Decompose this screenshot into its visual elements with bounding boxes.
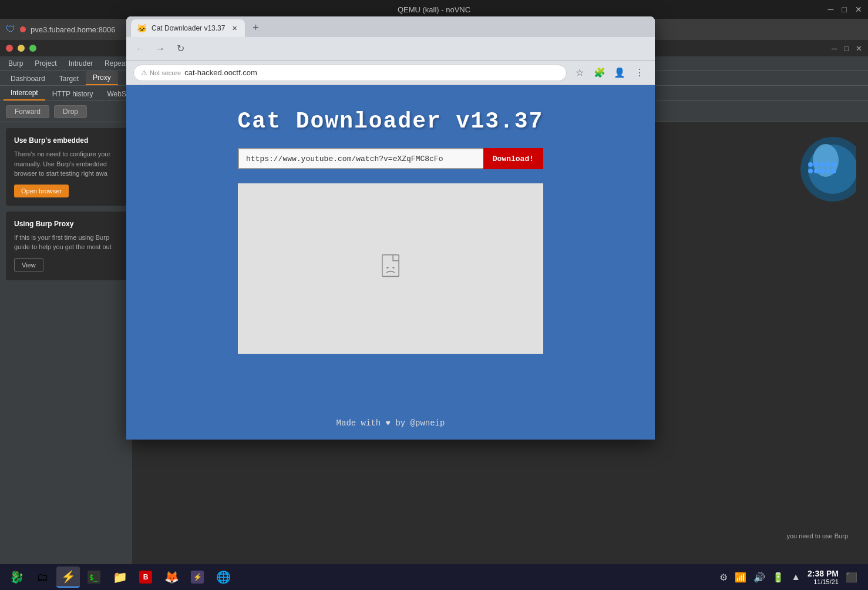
tab-proxy[interactable]: Proxy [86, 71, 118, 85]
svg-point-10 [820, 169, 825, 173]
open-browser-button[interactable]: Open browser [14, 185, 69, 197]
right-text: you need to use Burp [778, 524, 856, 548]
svg-point-5 [820, 162, 825, 167]
burp-max-dot[interactable] [29, 45, 36, 52]
embedded-browser-card: Use Burp's embedded There's no need to c… [6, 128, 126, 206]
svg-point-8 [808, 169, 813, 173]
url-display: cat-hacked.ooctf.com [184, 68, 559, 77]
burp-min-btn[interactable]: ─ [832, 44, 837, 53]
taskbar-app-red[interactable]: B [134, 566, 157, 588]
taskbar-right: ⚙ 📶 🔊 🔋 ▲ 2:38 PM 11/15/21 ⬛ [719, 569, 863, 585]
svg-point-15 [392, 267, 394, 269]
preview-empty-icon [376, 254, 405, 283]
card1-text: There's no need to configure your manual… [14, 149, 118, 179]
tab-dashboard[interactable]: Dashboard [4, 72, 52, 85]
reload-btn[interactable]: ↻ [172, 41, 189, 57]
menu-project[interactable]: Project [30, 58, 61, 69]
burp-illustration [774, 134, 856, 205]
taskbar-app-bwapp[interactable]: ⚡ [186, 566, 209, 588]
profile-btn[interactable]: 👤 [611, 65, 628, 81]
download-button[interactable]: Download! [483, 148, 543, 169]
browser-active-tab[interactable]: 🐱 Cat Downloader v13.37 ✕ [131, 19, 245, 37]
taskbar-battery-icon[interactable]: 🔋 [772, 572, 784, 583]
taskbar-clock: 2:38 PM 11/15/21 [808, 569, 839, 585]
card1-title: Use Burp's embedded [14, 136, 118, 145]
taskbar-volume-icon[interactable]: 🔊 [753, 572, 765, 583]
using-burp-proxy-card: Using Burp Proxy If this is your first t… [6, 212, 126, 280]
preview-area [238, 183, 543, 354]
svg-point-14 [386, 267, 388, 269]
warning-icon: ⚠ [141, 69, 147, 77]
browser-tab-title: Cat Downloader v13.37 [152, 24, 225, 32]
back-btn[interactable]: ← [132, 41, 149, 57]
taskbar-app-terminal[interactable]: $_ [82, 566, 106, 588]
burp-left-panel: Use Burp's embedded There's no need to c… [0, 122, 132, 590]
burp-title-controls: ─ □ ✕ [832, 44, 862, 53]
not-secure-text: Not secure [150, 69, 181, 76]
burp-restore-btn[interactable]: □ [844, 44, 849, 53]
svg-text:$_: $_ [89, 574, 98, 582]
svg-rect-13 [382, 255, 399, 277]
page-footer: Made with ♥ by @pwneip [337, 418, 445, 428]
tab-favicon: 🐱 [137, 24, 147, 33]
bookmark-btn[interactable]: ☆ [571, 65, 588, 81]
burp-close-btn[interactable]: ✕ [856, 44, 862, 53]
new-tab-btn[interactable]: + [247, 19, 264, 36]
menu-dots-btn[interactable]: ⋮ [631, 65, 648, 81]
browser-tab-bar: 🐱 Cat Downloader v13.37 ✕ + [126, 16, 655, 37]
browser-addr-actions: ☆ 🧩 👤 ⋮ [571, 65, 648, 81]
menu-burp[interactable]: Burp [4, 58, 28, 69]
browser-window: 🐱 Cat Downloader v13.37 ✕ + ← → ↻ ⚠ Not … [126, 16, 655, 440]
taskbar-network-icon[interactable]: 📶 [735, 572, 746, 583]
taskbar-app-kali[interactable]: 🐉 [5, 566, 28, 588]
subtab-intercept[interactable]: Intercept [4, 86, 45, 100]
taskbar-app-browser2[interactable]: 🌐 [211, 566, 235, 588]
browser-nav-bar: ← → ↻ [126, 37, 655, 61]
view-guide-button[interactable]: View [14, 258, 43, 272]
taskbar-app-files[interactable]: 🗂 [31, 566, 54, 588]
window-title: QEMU (kali) - noVNC [398, 5, 470, 14]
svg-point-4 [814, 162, 819, 167]
shield-icon: 🛡 [6, 24, 15, 35]
tab-target[interactable]: Target [52, 72, 86, 85]
window-controls: ─ □ ✕ [828, 5, 862, 14]
svg-point-3 [808, 162, 813, 167]
minimize-btn[interactable]: ─ [828, 5, 834, 14]
forward-nav-btn[interactable]: → [152, 41, 169, 57]
taskbar-app-burp[interactable]: ⚡ [56, 566, 80, 588]
forward-button[interactable]: Forward [6, 105, 49, 118]
taskbar-date-display: 11/15/21 [808, 578, 839, 585]
not-secure-indicator: ⚠ Not secure [141, 69, 181, 77]
browser-body: Cat Downloader v13.37 Download! Made wit… [126, 85, 655, 440]
svg-point-6 [826, 162, 830, 167]
burp-close-dot[interactable] [6, 45, 13, 52]
taskbar-app-firefox[interactable]: 🦊 [160, 566, 183, 588]
subtab-http-history[interactable]: HTTP history [45, 88, 100, 100]
menu-intruder[interactable]: Intruder [64, 58, 97, 69]
close-btn[interactable]: ✕ [855, 5, 862, 14]
novnc-url: pve3.fubared.home:8006 [31, 25, 116, 34]
taskbar-app-filemanager[interactable]: 📁 [108, 566, 132, 588]
status-dot [20, 26, 26, 32]
extensions-btn[interactable]: 🧩 [591, 65, 608, 81]
url-input[interactable] [238, 148, 483, 169]
taskbar-time-display: 2:38 PM [808, 569, 839, 578]
svg-point-12 [832, 169, 836, 173]
download-form: Download! [238, 148, 543, 169]
card2-text: If this is your first time using Burp gu… [14, 233, 118, 252]
page-main-title: Cat Downloader v13.37 [238, 109, 544, 134]
tab-close-btn[interactable]: ✕ [230, 24, 239, 33]
card2-title: Using Burp Proxy [14, 220, 118, 228]
burp-min-dot[interactable] [18, 45, 25, 52]
browser-addr-bar: ⚠ Not secure cat-hacked.ooctf.com ☆ 🧩 👤 … [126, 61, 655, 85]
svg-point-7 [832, 162, 836, 167]
url-input-container[interactable]: ⚠ Not secure cat-hacked.ooctf.com [133, 65, 567, 81]
taskbar-screen-icon[interactable]: ⬛ [846, 572, 857, 583]
svg-point-11 [826, 169, 830, 173]
svg-point-9 [814, 169, 819, 173]
taskbar: 🐉 🗂 ⚡ $_ 📁 B 🦊 ⚡ 🌐 ⚙ 📶 🔊 🔋 ▲ 2:38 PM 11/… [0, 564, 868, 590]
taskbar-settings-icon[interactable]: ⚙ [719, 572, 728, 583]
maximize-btn[interactable]: □ [842, 5, 847, 14]
taskbar-up-icon[interactable]: ▲ [791, 572, 800, 582]
drop-button[interactable]: Drop [54, 105, 87, 118]
